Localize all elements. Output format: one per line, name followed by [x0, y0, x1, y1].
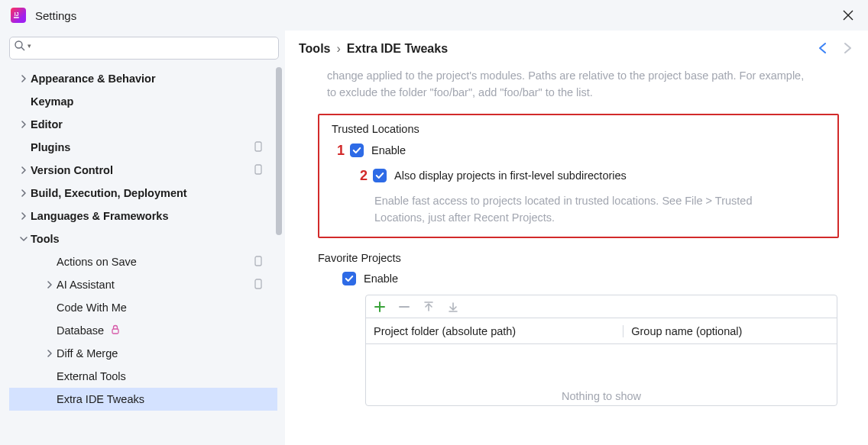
- sidebar-item-plugins[interactable]: Plugins: [9, 136, 277, 159]
- annotation-1: 1: [332, 143, 350, 159]
- sidebar-item-label: Database: [57, 324, 104, 337]
- settings-sidebar: ▾ Appearance & BehaviorKeymapEditorPlugi…: [0, 31, 285, 445]
- add-row-button[interactable]: [374, 301, 386, 313]
- sidebar-item-label: Editor: [31, 118, 63, 131]
- svg-rect-7: [112, 329, 118, 334]
- project-badge-icon: [253, 164, 264, 177]
- display-subdir-label[interactable]: Also display projects in first-level sub…: [394, 169, 627, 182]
- breadcrumb: Tools › Extra IDE Tweaks: [299, 42, 448, 56]
- sidebar-item-label: Diff & Merge: [57, 347, 118, 360]
- sidebar-item-label: Tools: [31, 233, 60, 245]
- annotation-2: 2: [355, 168, 373, 184]
- window-title: Settings: [35, 9, 76, 22]
- enable-trusted-label[interactable]: Enable: [371, 144, 406, 156]
- sidebar-item-label: Actions on Save: [57, 256, 137, 268]
- section-title: Favorite Projects: [318, 252, 844, 264]
- chevron-right-icon[interactable]: [43, 350, 57, 357]
- search-icon[interactable]: ▾: [14, 40, 31, 52]
- chevron-right-icon[interactable]: [17, 189, 31, 197]
- sidebar-item-appearance-behavior[interactable]: Appearance & Behavior: [9, 67, 277, 90]
- project-badge-icon: [253, 141, 264, 154]
- chevron-down-icon[interactable]: ▾: [28, 42, 31, 50]
- sidebar-item-diff-merge[interactable]: Diff & Merge: [9, 342, 277, 365]
- enable-favorite-label[interactable]: Enable: [364, 272, 398, 285]
- project-badge-icon: [253, 256, 264, 269]
- chevron-right-icon[interactable]: [17, 121, 31, 128]
- section-description: change applied to the project's modules.…: [327, 67, 844, 102]
- app-icon: IJ: [11, 8, 26, 23]
- search-input[interactable]: [9, 37, 279, 60]
- sidebar-item-languages-frameworks[interactable]: Languages & Frameworks: [9, 205, 277, 227]
- favorite-projects-section: Favorite Projects Enable: [327, 252, 844, 406]
- svg-point-2: [15, 41, 22, 48]
- sidebar-item-database[interactable]: Database: [9, 319, 277, 342]
- section-title: Trusted Locations: [332, 123, 825, 135]
- display-subdir-checkbox[interactable]: [373, 169, 387, 182]
- move-down-button[interactable]: [447, 301, 459, 313]
- breadcrumb-root[interactable]: Tools: [299, 42, 330, 56]
- close-button[interactable]: [839, 6, 857, 24]
- svg-text:IJ: IJ: [15, 11, 19, 17]
- sidebar-item-build-execution-deployment[interactable]: Build, Execution, Deployment: [9, 182, 277, 205]
- sidebar-item-label: Languages & Frameworks: [31, 210, 169, 222]
- sidebar-item-extra-ide-tweaks[interactable]: Extra IDE Tweaks: [9, 388, 277, 411]
- lock-icon: [110, 324, 121, 337]
- svg-rect-4: [255, 165, 261, 174]
- sidebar-item-label: Extra IDE Tweaks: [57, 393, 144, 405]
- chevron-right-icon[interactable]: [17, 166, 31, 174]
- sidebar-item-editor[interactable]: Editor: [9, 113, 277, 136]
- nav-back-button[interactable]: [816, 41, 830, 57]
- sidebar-item-ai-assistant[interactable]: AI Assistant: [9, 273, 277, 296]
- trusted-locations-section: Trusted Locations 1 Enable 2 Also d: [318, 114, 839, 239]
- sidebar-item-version-control[interactable]: Version Control: [9, 159, 277, 182]
- sidebar-item-code-with-me[interactable]: Code With Me: [9, 296, 277, 319]
- sidebar-item-label: Keymap: [31, 95, 73, 108]
- remove-row-button[interactable]: [398, 301, 410, 313]
- chevron-right-icon[interactable]: [43, 281, 57, 289]
- trusted-hint: Enable fast access to projects located i…: [374, 193, 825, 227]
- chevron-right-icon: ›: [336, 42, 340, 56]
- sidebar-item-keymap[interactable]: Keymap: [9, 90, 277, 113]
- chevron-right-icon[interactable]: [17, 75, 31, 82]
- sidebar-item-label: Code With Me: [57, 302, 127, 314]
- svg-rect-6: [255, 279, 261, 289]
- table-col-group-name[interactable]: Group name (optional): [623, 325, 837, 337]
- project-badge-icon: [253, 279, 264, 292]
- sidebar-item-label: Appearance & Behavior: [31, 73, 156, 85]
- sidebar-item-label: AI Assistant: [57, 279, 115, 291]
- svg-rect-5: [255, 256, 261, 266]
- table-col-project-folder[interactable]: Project folder (absolute path): [366, 325, 623, 337]
- empty-placeholder: Nothing to show: [562, 390, 641, 402]
- sidebar-item-label: Plugins: [31, 141, 70, 153]
- sidebar-item-actions-on-save[interactable]: Actions on Save: [9, 250, 277, 273]
- nav-forward-button[interactable]: [840, 41, 854, 57]
- enable-trusted-checkbox[interactable]: [350, 143, 364, 157]
- sidebar-item-label: External Tools: [57, 370, 126, 382]
- sidebar-item-label: Build, Execution, Deployment: [31, 187, 187, 199]
- sidebar-item-label: Version Control: [31, 164, 113, 176]
- sidebar-item-tools[interactable]: Tools: [9, 227, 277, 250]
- enable-favorite-checkbox[interactable]: [342, 272, 356, 285]
- move-up-button[interactable]: [423, 301, 435, 313]
- breadcrumb-leaf: Extra IDE Tweaks: [347, 42, 448, 56]
- svg-rect-3: [255, 142, 261, 151]
- sidebar-item-external-tools[interactable]: External Tools: [9, 365, 277, 388]
- table-body[interactable]: Nothing to show: [366, 344, 837, 405]
- svg-rect-0: [14, 17, 19, 18]
- chevron-down-icon[interactable]: [17, 235, 31, 243]
- chevron-right-icon[interactable]: [17, 212, 31, 220]
